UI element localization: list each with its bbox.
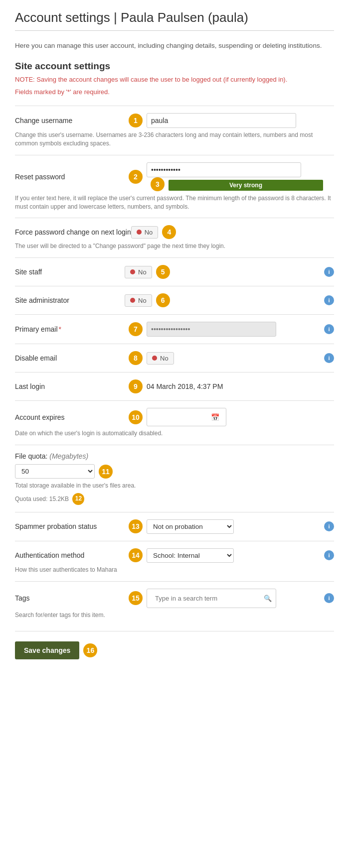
tags-info-icon[interactable]: i	[324, 593, 334, 603]
note-saving: NOTE: Saving the account changes will ca…	[15, 76, 334, 83]
primary-email-info-icon[interactable]: i	[324, 324, 334, 334]
primary-email-left: Primary email * 7	[15, 322, 320, 337]
toggle-dot	[137, 230, 142, 235]
change-username-label: Change username	[15, 117, 125, 124]
file-quota-section: File quota: (Megabytes) 50 100 200 500 1…	[15, 445, 334, 512]
quota-select[interactable]: 50 100 200 500 1000	[15, 464, 95, 479]
auth-method-section: Authentication method 14 School: Interna…	[15, 541, 334, 581]
account-expires-input[interactable]	[151, 410, 211, 424]
required-note: Fields marked by '*' are required.	[15, 88, 334, 96]
auth-select[interactable]: School: Internal	[147, 548, 234, 563]
disable-email-label: Disable email	[15, 354, 125, 362]
primary-email-section: Primary email * 7 i	[15, 314, 334, 344]
quota-hint2: Quota used: 15.2KB 12	[15, 493, 334, 505]
tags-input[interactable]	[151, 592, 264, 605]
auth-method-hint: How this user authenticates to Mahara	[15, 566, 334, 574]
last-login-label: Last login	[15, 382, 125, 390]
site-admin-control: No 6	[125, 293, 320, 307]
page-title: Account settings | Paula Paulsen (paula)	[15, 10, 334, 25]
last-login-value: 04 March 2018, 4:37 PM	[147, 382, 223, 390]
force-password-hint: The user will be directed to a "Change p…	[15, 242, 334, 250]
reset-password-control: 2 3 Very strong	[125, 162, 334, 191]
site-admin-label: Site administrator	[15, 296, 125, 304]
password-input[interactable]	[147, 162, 301, 177]
site-staff-section: Site staff No 5 i	[15, 257, 334, 286]
tags-input-wrapper: 🔍	[147, 589, 276, 608]
spammer-probation-control: 13 Not on probation On probation	[125, 519, 320, 534]
force-password-control: No 4	[131, 225, 334, 239]
search-icon: 🔍	[264, 595, 272, 602]
section-title: Site account settings	[15, 61, 334, 72]
force-password-left: Force password change on next login No 4	[15, 225, 334, 239]
site-admin-section: Site administrator No 6 i	[15, 286, 334, 314]
change-username-row: Change username 1	[15, 113, 334, 128]
site-staff-row: Site staff No 5 i	[15, 265, 334, 279]
account-expires-section: Account expires 10 📅 Date on which the u…	[15, 400, 334, 445]
account-expires-hint: Date on which the user's login is automa…	[15, 429, 334, 438]
badge-6: 6	[156, 293, 170, 307]
required-star: *	[59, 325, 61, 333]
save-button[interactable]: Save changes	[15, 641, 79, 659]
badge-15: 15	[129, 591, 143, 605]
badge-1: 1	[129, 114, 143, 127]
badge-3: 3	[151, 177, 165, 191]
title-divider	[15, 30, 334, 31]
tags-section: Tags 15 🔍 i Search for/enter tags for th…	[15, 581, 334, 626]
badge-14: 14	[129, 548, 143, 562]
site-staff-toggle[interactable]: No	[125, 266, 152, 278]
email-input[interactable]	[147, 322, 276, 337]
auth-method-info-icon[interactable]: i	[324, 550, 334, 560]
reset-password-row: Reset password 2 3 Very strong	[15, 162, 334, 191]
change-username-section: Change username 1 Change this user's use…	[15, 106, 334, 155]
account-expires-row: Account expires 10 📅	[15, 408, 334, 426]
username-input[interactable]	[147, 113, 296, 128]
toggle-dot-staff	[130, 269, 135, 274]
site-admin-toggle[interactable]: No	[125, 294, 152, 307]
primary-email-label: Primary email *	[15, 325, 125, 333]
site-admin-row: Site administrator No 6 i	[15, 293, 334, 307]
disable-email-section: Disable email 8 No i	[15, 344, 334, 372]
spammer-probation-label: Spammer probation status	[15, 522, 125, 530]
site-admin-left: Site administrator No 6	[15, 293, 320, 307]
site-staff-info-icon[interactable]: i	[324, 267, 334, 277]
force-password-label: Force password change on next login	[15, 228, 131, 236]
tags-label: Tags	[15, 594, 125, 602]
primary-email-row: Primary email * 7 i	[15, 322, 334, 337]
last-login-row: Last login 9 04 March 2018, 4:37 PM	[15, 379, 334, 393]
disable-email-toggle[interactable]: No	[147, 352, 174, 365]
calendar-icon[interactable]: 📅	[211, 413, 219, 421]
strength-label: Very strong	[229, 182, 262, 189]
change-username-control: 1	[125, 113, 334, 128]
tags-left: Tags 15 🔍	[15, 589, 320, 608]
force-password-toggle[interactable]: No	[131, 226, 159, 239]
disable-email-info-icon[interactable]: i	[324, 353, 334, 363]
tags-hint: Search for/enter tags for this item.	[15, 611, 334, 620]
auth-method-control: 14 School: Internal	[125, 548, 320, 563]
account-expires-label: Account expires	[15, 413, 125, 421]
badge-5: 5	[156, 265, 170, 279]
probation-select[interactable]: Not on probation On probation	[147, 519, 234, 534]
badge-13: 13	[129, 519, 143, 533]
spammer-probation-info-icon[interactable]: i	[324, 521, 334, 531]
save-section: Save changes 16	[15, 631, 334, 659]
page-subtitle: Here you can manage this user account, i…	[15, 41, 334, 51]
quota-hint1: Total storage available in the user's fi…	[15, 482, 334, 490]
badge-9: 9	[129, 379, 143, 393]
badge-16: 16	[83, 643, 97, 657]
primary-email-control: 7	[125, 322, 320, 337]
change-username-hint: Change this user's username. Usernames a…	[15, 131, 334, 148]
force-password-section: Force password change on next login No 4…	[15, 218, 334, 257]
site-admin-info-icon[interactable]: i	[324, 295, 334, 305]
reset-password-section: Reset password 2 3 Very strong If you en…	[15, 155, 334, 218]
tags-row: Tags 15 🔍 i	[15, 589, 334, 608]
reset-password-label: Reset password	[15, 173, 125, 181]
password-wrapper: 3 Very strong	[147, 162, 334, 191]
badge-4: 4	[162, 225, 176, 239]
badge-12: 12	[72, 493, 84, 505]
disable-email-left: Disable email 8 No	[15, 351, 320, 365]
badge-11: 11	[99, 465, 113, 479]
last-login-section: Last login 9 04 March 2018, 4:37 PM	[15, 372, 334, 400]
disable-email-control: 8 No	[125, 351, 320, 365]
badge-2: 2	[129, 170, 143, 184]
date-input-wrapper: 📅	[147, 408, 226, 426]
